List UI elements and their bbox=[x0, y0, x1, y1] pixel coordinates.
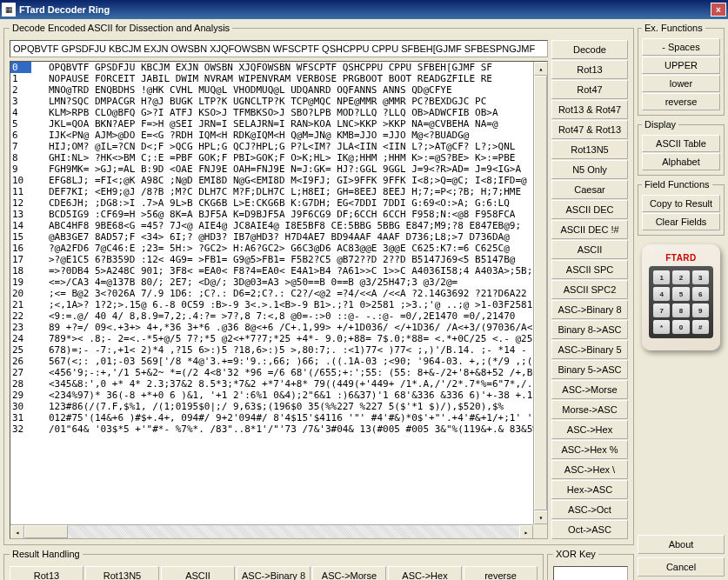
list-item[interactable]: 9FGH9MK= >GJ;=AL B:9D <OAE FNJ9E OAH=FNJ… bbox=[10, 163, 533, 175]
row-index: 24 bbox=[10, 333, 31, 344]
result-rot13-button[interactable]: Rot13 bbox=[10, 566, 83, 580]
ex-lower-button[interactable]: lower bbox=[642, 75, 720, 92]
list-item[interactable]: 2MNO@TRD ENQBDHS !@HK CVHL MUQ@L VHODMUQ… bbox=[10, 84, 533, 96]
list-item[interactable]: 25678)=;- -7:,+1< 2)*4 ,?15 6>:)5 ?18,6>… bbox=[10, 344, 533, 356]
decode-asc-binary-5-button[interactable]: ASC->Binary 5 bbox=[551, 340, 628, 359]
about-button[interactable]: About bbox=[638, 535, 725, 554]
keypad-brand: FTARD bbox=[649, 253, 713, 263]
list-item[interactable]: 10EFG8LJ; =FI<;@K A98C ;N@D EMI8D N@G<EM… bbox=[10, 175, 533, 186]
decode-ascii-spc-button[interactable]: ASCII SPC bbox=[551, 260, 628, 279]
decode-binary-5-asc-button[interactable]: Binary 5->ASC bbox=[551, 360, 628, 379]
list-item[interactable]: 12CDE6JH; ;DG8:>I .7>A 9L>B CKG6B L>E:CK… bbox=[10, 197, 533, 209]
result-rot13n5-button[interactable]: Rot13N5 bbox=[85, 566, 159, 580]
decode-asc-binary-8-button[interactable]: ASC->Binary 8 bbox=[551, 300, 628, 319]
row-index: 9 bbox=[10, 163, 31, 175]
list-item[interactable]: 21;<,1A>? 1?2;>.15@ 6.-8 0C59 :B>-9 3<.>… bbox=[10, 299, 533, 310]
decode-rot13-rot47-button[interactable]: Rot13 & Rot47 bbox=[551, 100, 628, 119]
list-item[interactable]: 17>?@E1C5 6?B359D :12< 4G9= >FB1= G9@5>F… bbox=[10, 254, 533, 265]
list-item[interactable]: 16?@A2FD6 7@C46:E ;23= 5H:> ?GC2> H:A6?G… bbox=[10, 243, 533, 254]
decode-oct-asc-button[interactable]: Oct->ASC bbox=[551, 520, 628, 539]
decode-decode-button[interactable]: Decode bbox=[551, 40, 628, 59]
list-item[interactable]: 27<456'9;-:+,'/1 5+&2~ *=(/2 4<8'32 *96 … bbox=[10, 367, 533, 378]
result-asc-morse-button[interactable]: ASC->Morse bbox=[312, 566, 386, 580]
list-item[interactable]: 22<9:=.@/ 40 4/ 8,8.9=7,2;.4:?= >7?,8 7:… bbox=[10, 310, 533, 322]
row-index: 29 bbox=[10, 390, 31, 401]
decode-morse-asc-button[interactable]: Morse->ASC bbox=[551, 400, 628, 419]
decode-ascii-spc2-button[interactable]: ASCII SPC2 bbox=[551, 280, 628, 299]
row-text: ;<= B@2 3<?026A 7/.9 1D6: ;C?.: D6=2;C?.… bbox=[31, 288, 527, 299]
decode-asc-hex--button[interactable]: ASC->Hex % bbox=[551, 440, 628, 459]
decode-n5-only-button[interactable]: N5 Only bbox=[551, 160, 628, 179]
scrollbar-vertical[interactable]: ▴ ▾ bbox=[533, 62, 547, 524]
result-ascii-button[interactable]: ASCII bbox=[161, 566, 235, 580]
result-asc-binary-8-button[interactable]: ASC->Binary 8 bbox=[237, 566, 311, 580]
list-item[interactable]: 29<234%97)* 36(-8 +*+0 6 )&1, '+1 2':6%1… bbox=[10, 390, 533, 401]
decode-rot13n5-button[interactable]: Rot13N5 bbox=[551, 140, 628, 159]
row-text: ;<,1A>? 1?2;>.15@ 6.-8 0C59 :B>-9 3<.>.1… bbox=[31, 299, 533, 310]
display-group: Display ASCII TableAlphabet bbox=[638, 119, 725, 176]
keypad-key-1: 1 bbox=[653, 270, 670, 284]
row-index: 6 bbox=[10, 130, 31, 141]
field-clear-fields-button[interactable]: Clear Fields bbox=[642, 213, 720, 230]
decode-caesar-button[interactable]: Caesar bbox=[551, 180, 628, 199]
titlebar: ▦ FTard Decoder Ring × bbox=[0, 0, 728, 19]
list-item[interactable]: 19<=>/CA3 4=@137B 80/; 2E7; <D@/; 3D@03=… bbox=[10, 277, 533, 288]
list-item[interactable]: 26567(<;: ,01;-03 569['/8 *4@'3.+=9:'9.:… bbox=[10, 356, 533, 367]
scrollbar-horizontal[interactable]: ◂ ▸ bbox=[10, 524, 533, 538]
list-item[interactable]: 13BCD5IG9 :CF69=H >56@ 8K=A BJF5A K=D9BJ… bbox=[10, 209, 533, 220]
decode-ascii-button[interactable]: ASCII bbox=[551, 240, 628, 259]
list-item[interactable]: 6IJK<PN@ AJM>@DO E=<G ?RDH IQM<H RDK@IQM… bbox=[10, 130, 533, 141]
decode-asc-hex--button[interactable]: ASC->Hex \ bbox=[551, 460, 628, 479]
display-ascii-table-button[interactable]: ASCII Table bbox=[642, 135, 720, 152]
row-text: HIJ;OM? @IL=?CN D<;F >QCG HPL;G QCJ?HPL;… bbox=[31, 141, 515, 152]
list-item[interactable]: 3LMN?SQC DMPACGR H?@J BUGK LTP?K UGNCLTP… bbox=[10, 96, 533, 107]
list-item[interactable]: 0OPQBVTF GPSDFJU KBCJM EXJN OWSBN XJQFOW… bbox=[10, 62, 533, 73]
decode-rot13-button[interactable]: Rot13 bbox=[551, 60, 628, 79]
result-asc-hex-button[interactable]: ASC->Hex bbox=[388, 566, 462, 580]
decode-group: Decode Encoded ASCII for Dissection and … bbox=[3, 23, 634, 545]
list-item[interactable]: 11DEF7KI; <EH9;@J /8?B ;M?C DLH7C M?F;DL… bbox=[10, 186, 533, 197]
decode-binary-8-asc-button[interactable]: Binary 8->ASC bbox=[551, 320, 628, 339]
row-index: 17 bbox=[10, 254, 31, 265]
list-item[interactable]: 15@AB3GE7 8AD57;F <34> 6I;? @HD3? IB7@HD… bbox=[10, 231, 533, 243]
decode-rot47-button[interactable]: Rot47 bbox=[551, 80, 628, 99]
decode-ascii-dec-button[interactable]: ASCII DEC bbox=[551, 200, 628, 219]
xor-key-input[interactable] bbox=[553, 566, 628, 580]
close-button[interactable]: × bbox=[711, 3, 726, 17]
row-text: EFG8LJ; =FI<;@K A98C ;N@D EMI8D N@G<EMI8… bbox=[31, 175, 527, 186]
decode-hex-asc-button[interactable]: Hex->ASC bbox=[551, 480, 628, 499]
row-index: 11 bbox=[10, 186, 31, 197]
display-legend: Display bbox=[642, 119, 678, 130]
list-item[interactable]: 8GHI:NL> ?HK<>BM C;:E =PBF GOK;F PBI>GOK… bbox=[10, 152, 533, 163]
list-item[interactable]: 30123#86(/(7.F,$%1, /(1;0195$0|;/ 9,63$;… bbox=[10, 401, 533, 412]
list-item[interactable]: 7HIJ;OM? @IL=?CN D<;F >QCG HPL;G QCJ?HPL… bbox=[10, 141, 533, 152]
list-item[interactable]: 28<345&8:',0 +* 4* 2.3;37&2 8.5*3;*7&2 +… bbox=[10, 378, 533, 390]
decode-asc-hex-button[interactable]: ASC->Hex bbox=[551, 420, 628, 439]
list-item[interactable]: 24789*>< .8;- 2=<.-*5+@/5 7?;*5 @2<+*7?7… bbox=[10, 333, 533, 344]
decode-ascii-dec--button[interactable]: ASCII DEC !# bbox=[551, 220, 628, 239]
list-item[interactable]: 5JKL=QOA BKN?AEP F=>H @SEI JRN=I SELAJRN… bbox=[10, 118, 533, 130]
list-item[interactable]: 1NOPAUSE FORCEIT JABIL DWIM NVRAM WIPENV… bbox=[10, 73, 533, 84]
ex-reverse-button[interactable]: reverse bbox=[642, 93, 720, 110]
list-item[interactable]: 31012#75'(14&+6 )#$+.4+, 094#/ 9+2'094#/… bbox=[10, 412, 533, 423]
list-item[interactable]: 4KLM>RPB CLO@BFQ G>?I ATFJ KSO>J TFMBKSO… bbox=[10, 107, 533, 118]
decode-rot47-rot13-button[interactable]: Rot47 & Rot13 bbox=[551, 120, 628, 139]
list-item[interactable]: 32/01"64& '03$*5 +'"#*- %7%*. /83"..8*1'… bbox=[10, 423, 533, 435]
decode-asc-oct-button[interactable]: ASC->Oct bbox=[551, 500, 628, 519]
decoded-listbox[interactable]: 0OPQBVTF GPSDFJU KBCJM EXJN OWSBN XJQFOW… bbox=[10, 61, 548, 539]
list-item[interactable]: 14ABC4HF8 9BE68<G =45? 7J<@ AIE4@ JC8AIE… bbox=[10, 220, 533, 231]
result-reverse-button[interactable]: reverse bbox=[464, 566, 538, 580]
row-index: 28 bbox=[10, 378, 31, 390]
field-copy-to-result-button[interactable]: Copy to Result bbox=[642, 195, 720, 212]
display-alphabet-button[interactable]: Alphabet bbox=[642, 153, 720, 170]
cancel-button[interactable]: Cancel bbox=[638, 557, 725, 577]
list-item[interactable]: 18=>?0DB4 5>A248C 901; 3F8< =EA0< F8?4=E… bbox=[10, 265, 533, 277]
query-input[interactable] bbox=[10, 40, 548, 57]
list-item[interactable]: 2389 +?=/ 09<.+3+> 4+,*36 3+*6 .@36 8@<+… bbox=[10, 322, 533, 333]
row-index: 16 bbox=[10, 243, 31, 254]
row-text: <=>/CA3 4=@137B 80/; 2E7; <D@/; 3D@03=A3… bbox=[31, 277, 458, 288]
list-item[interactable]: 20;<= B@2 3<?026A 7/.9 1D6: ;C?.: D6=2;C… bbox=[10, 288, 533, 299]
ex-upper-button[interactable]: UPPER bbox=[642, 57, 720, 74]
ex--spaces-button[interactable]: - Spaces bbox=[642, 38, 720, 56]
decode-asc-morse-button[interactable]: ASC->Morse bbox=[551, 380, 628, 399]
